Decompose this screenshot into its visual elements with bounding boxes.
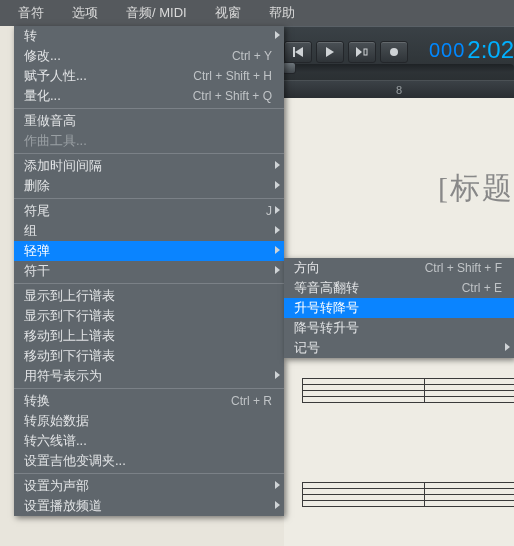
menu-item[interactable]: 设置播放频道 <box>14 496 284 516</box>
menu-help[interactable]: 帮助 <box>255 4 309 22</box>
menu-item[interactable]: 转六线谱... <box>14 431 284 451</box>
svg-marker-0 <box>295 47 303 57</box>
transport-toolbar: 000 2:02 <box>284 26 514 80</box>
menu-item-label: 转原始数据 <box>24 412 89 430</box>
submenu-arrow-icon <box>275 246 280 254</box>
timeline-ruler[interactable]: 8 <box>284 80 514 98</box>
submenu-arrow-icon <box>275 161 280 169</box>
menu-item-label: 删除 <box>24 177 50 195</box>
menu-item-label: 量化... <box>24 87 61 105</box>
menu-item-shortcut: Ctrl + E <box>442 281 502 295</box>
counter-bars: 000 <box>429 39 467 62</box>
menu-item[interactable]: 修改...Ctrl + Y <box>14 46 284 66</box>
menu-item[interactable]: 记号 <box>284 338 514 358</box>
menu-item-label: 升号转降号 <box>294 299 359 317</box>
menu-window[interactable]: 视窗 <box>201 4 255 22</box>
submenu-arrow-icon <box>275 31 280 39</box>
menu-item-label: 设置为声部 <box>24 477 89 495</box>
menu-separator <box>14 198 284 199</box>
menu-item[interactable]: 设置吉他变调夹... <box>14 451 284 471</box>
menu-separator <box>14 108 284 109</box>
menu-item-label: 符干 <box>24 262 50 280</box>
menu-item[interactable]: 作曲工具... <box>14 131 284 151</box>
menu-item-label: 转 <box>24 27 37 45</box>
menu-item-label: 赋予人性... <box>24 67 87 85</box>
menu-item-label: 移动到上上谱表 <box>24 327 115 345</box>
menu-item[interactable]: 升号转降号 <box>284 298 514 318</box>
transport-play-sel[interactable] <box>348 41 376 63</box>
menu-item[interactable]: 显示到下行谱表 <box>14 306 284 326</box>
menu-item[interactable]: 符尾J <box>14 201 284 221</box>
menu-item-label: 符尾 <box>24 202 50 220</box>
menu-audio-midi[interactable]: 音频/ MIDI <box>112 4 201 22</box>
svg-point-5 <box>390 48 398 56</box>
menu-item[interactable]: 移动到上上谱表 <box>14 326 284 346</box>
menu-item-label: 作曲工具... <box>24 132 87 150</box>
svg-marker-2 <box>326 47 334 57</box>
menu-item-shortcut: Ctrl + Shift + F <box>405 261 502 275</box>
menu-separator <box>14 473 284 474</box>
menu-item[interactable]: 轻弹 <box>14 241 284 261</box>
menu-item-label: 降号转升号 <box>294 319 359 337</box>
menu-item[interactable]: 显示到上行谱表 <box>14 286 284 306</box>
menu-item[interactable]: 删除 <box>14 176 284 196</box>
submenu-arrow-icon <box>275 481 280 489</box>
menu-item-label: 移动到下行谱表 <box>24 347 115 365</box>
menu-item[interactable]: 移动到下行谱表 <box>14 346 284 366</box>
menu-item-label: 设置吉他变调夹... <box>24 452 126 470</box>
menu-item-label: 重做音高 <box>24 112 76 130</box>
menu-item-label: 添加时间间隔 <box>24 157 102 175</box>
playhead-slider[interactable] <box>284 64 514 72</box>
menu-item[interactable]: 添加时间间隔 <box>14 156 284 176</box>
svg-rect-4 <box>364 49 367 55</box>
menu-item-label: 修改... <box>24 47 61 65</box>
menu-separator <box>14 283 284 284</box>
menu-item[interactable]: 等音高翻转Ctrl + E <box>284 278 514 298</box>
menu-item[interactable]: 符干 <box>14 261 284 281</box>
transport-record[interactable] <box>380 41 408 63</box>
submenu-arrow-icon <box>505 343 510 351</box>
menu-item[interactable]: 赋予人性...Ctrl + Shift + H <box>14 66 284 86</box>
flip-submenu: 方向Ctrl + Shift + F等音高翻转Ctrl + E升号转降号降号转升… <box>284 258 514 358</box>
counter-time: 2:02 <box>467 36 514 64</box>
menu-item[interactable]: 方向Ctrl + Shift + F <box>284 258 514 278</box>
menu-item[interactable]: 设置为声部 <box>14 476 284 496</box>
transport-prev[interactable] <box>284 41 312 63</box>
menu-item-label: 记号 <box>294 339 320 357</box>
menu-item-label: 转六线谱... <box>24 432 87 450</box>
menu-item[interactable]: 量化...Ctrl + Shift + Q <box>14 86 284 106</box>
menu-item-shortcut: Ctrl + Shift + Q <box>173 89 272 103</box>
menu-item-shortcut: Ctrl + Y <box>212 49 272 63</box>
menu-item[interactable]: 组 <box>14 221 284 241</box>
svg-rect-1 <box>293 47 295 57</box>
score-title: [标题 <box>438 168 514 209</box>
submenu-arrow-icon <box>275 371 280 379</box>
menu-item[interactable]: 转原始数据 <box>14 411 284 431</box>
menu-item-shortcut: Ctrl + R <box>211 394 272 408</box>
menu-item-label: 等音高翻转 <box>294 279 359 297</box>
menu-item-label: 组 <box>24 222 37 240</box>
menu-item-label: 用符号表示为 <box>24 367 102 385</box>
menu-item-shortcut: J <box>246 204 272 218</box>
menu-item-shortcut: Ctrl + Shift + H <box>173 69 272 83</box>
menu-item-label: 转换 <box>24 392 50 410</box>
menu-item[interactable]: 重做音高 <box>14 111 284 131</box>
menu-item-label: 设置播放频道 <box>24 497 102 515</box>
menu-item[interactable]: 转换Ctrl + R <box>14 391 284 411</box>
menu-notes[interactable]: 音符 <box>4 4 58 22</box>
menu-item[interactable]: 转 <box>14 26 284 46</box>
playhead-thumb[interactable] <box>282 62 296 74</box>
svg-marker-3 <box>356 47 362 57</box>
menu-item[interactable]: 降号转升号 <box>284 318 514 338</box>
time-counter: 000 2:02 <box>429 33 514 67</box>
submenu-arrow-icon <box>275 181 280 189</box>
transport-play[interactable] <box>316 41 344 63</box>
submenu-arrow-icon <box>275 266 280 274</box>
menubar: 音符 选项 音频/ MIDI 视窗 帮助 <box>0 0 514 26</box>
menu-item-label: 方向 <box>294 259 320 277</box>
menu-separator <box>14 153 284 154</box>
menu-item-label: 轻弹 <box>24 242 50 260</box>
menu-separator <box>14 388 284 389</box>
menu-item[interactable]: 用符号表示为 <box>14 366 284 386</box>
menu-options[interactable]: 选项 <box>58 4 112 22</box>
